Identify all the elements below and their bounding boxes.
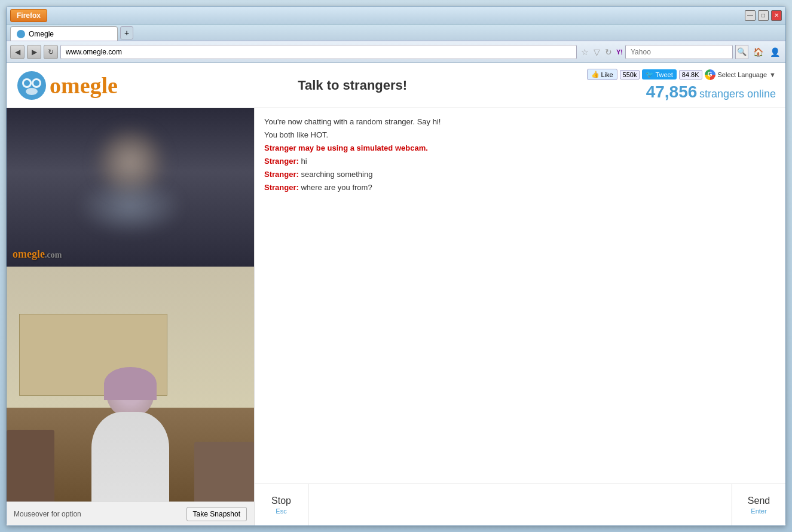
omegle-logo-icon xyxy=(16,70,47,101)
tweet-button[interactable]: 🐦 Tweet xyxy=(642,69,676,80)
page-content: omegle Talk to strangers! 👍 Like 550k 🐦 … xyxy=(7,63,785,525)
reload-button[interactable]: ↻ xyxy=(44,45,58,59)
omegle-logo: omegle xyxy=(16,70,118,101)
header-right: 👍 Like 550k 🐦 Tweet 84.8K G Select Langu… xyxy=(587,69,776,102)
chat-messages: You're now chatting with a random strang… xyxy=(255,108,785,484)
room-scene xyxy=(7,267,254,502)
omegle-watermark: omegle.com xyxy=(13,248,62,261)
video-controls-bar: Mouseover for option Take Snapshot xyxy=(7,502,254,525)
search-input[interactable] xyxy=(625,45,733,59)
strangers-online-count: 47,856 strangers online xyxy=(646,82,776,102)
local-video xyxy=(7,267,254,502)
star-icon[interactable]: ☆ xyxy=(579,47,590,57)
home-button[interactable]: 🏠 xyxy=(751,45,765,59)
snapshot-button[interactable]: Take Snapshot xyxy=(186,507,247,521)
title-bar: Firefox — □ ✕ xyxy=(7,7,785,25)
omegle-header: omegle Talk to strangers! 👍 Like 550k 🐦 … xyxy=(7,63,785,108)
stranger-video-content xyxy=(7,108,254,267)
firefox-menu-button[interactable]: Firefox xyxy=(10,9,47,22)
tagline: Talk to strangers! xyxy=(118,78,587,93)
send-label: Send xyxy=(748,496,770,506)
yahoo-logo: Y! xyxy=(616,48,623,56)
person-silhouette xyxy=(82,370,178,502)
stranger-label: Stranger: xyxy=(264,183,299,192)
refresh-icon[interactable]: ↻ xyxy=(603,47,614,57)
profile-button[interactable]: 👤 xyxy=(767,45,782,59)
close-button[interactable]: ✕ xyxy=(771,10,782,21)
stop-button-area[interactable]: Stop Esc xyxy=(255,484,308,525)
url-input[interactable] xyxy=(60,45,577,59)
add-tab-button[interactable]: + xyxy=(120,26,133,39)
svg-point-5 xyxy=(26,88,38,95)
tab-title: Omegle xyxy=(29,30,54,38)
video-panel: omegle.com xyxy=(7,108,255,525)
send-hint: Enter xyxy=(751,507,766,515)
stranger-video: omegle.com xyxy=(7,108,254,267)
maximize-button[interactable]: □ xyxy=(758,10,769,21)
chat-main: omegle.com xyxy=(7,108,785,525)
stranger-label: Stranger: xyxy=(264,157,299,166)
strangers-number: 47,856 xyxy=(646,82,698,101)
google-icon: G xyxy=(705,69,715,80)
svg-point-4 xyxy=(33,80,39,86)
message-text: hi xyxy=(301,157,307,166)
sofa-left xyxy=(7,430,54,502)
window-controls: — □ ✕ xyxy=(745,10,782,21)
select-language-button: Select Language xyxy=(718,71,767,78)
twitter-icon: 🐦 xyxy=(646,71,654,78)
tweet-label: Tweet xyxy=(655,71,672,78)
list-item: Stranger: searching something xyxy=(264,168,776,181)
list-item: Stranger: where are you from? xyxy=(264,181,776,194)
strangers-label: strangers online xyxy=(699,88,776,100)
browser-window: Firefox — □ ✕ Omegle + ◀ ▶ ↻ ☆ ▽ ↻ Y! 🔍 … xyxy=(6,6,786,526)
chat-input-area: Stop Esc Send Enter xyxy=(255,484,785,525)
stop-label: Stop xyxy=(271,496,291,506)
down-icon[interactable]: ▽ xyxy=(591,47,602,57)
body xyxy=(91,412,169,502)
google-translate-widget[interactable]: G Select Language ▼ xyxy=(705,69,776,80)
message-text: where are you from? xyxy=(301,183,372,192)
forward-button[interactable]: ▶ xyxy=(27,45,41,59)
like-count: 550k xyxy=(620,70,640,80)
minimize-button[interactable]: — xyxy=(745,10,756,21)
sofa-right xyxy=(194,442,254,502)
video-blur-overlay: omegle.com xyxy=(7,108,254,267)
stop-hint: Esc xyxy=(276,507,286,515)
svg-point-0 xyxy=(17,71,46,100)
chat-panel: You're now chatting with a random strang… xyxy=(255,108,785,525)
local-video-scene xyxy=(7,267,254,502)
list-item: You're now chatting with a random strang… xyxy=(264,115,776,129)
message-input[interactable] xyxy=(308,484,732,525)
list-item: You both like HOT. xyxy=(264,129,776,142)
like-button[interactable]: 👍 Like xyxy=(587,69,617,80)
thumbs-up-icon: 👍 xyxy=(591,71,600,78)
language-dropdown-icon[interactable]: ▼ xyxy=(769,71,776,78)
social-bar: 👍 Like 550k 🐦 Tweet 84.8K G Select Langu… xyxy=(587,69,776,80)
tweet-count: 84.8K xyxy=(679,70,702,80)
stranger-label: Stranger: xyxy=(264,170,299,179)
hair xyxy=(104,367,157,400)
tab-favicon xyxy=(17,30,25,38)
list-item: Stranger may be using a simulated webcam… xyxy=(264,142,776,155)
watermark-suffix: .com xyxy=(45,250,62,259)
list-item: Stranger: hi xyxy=(264,155,776,168)
tab-bar: Omegle + xyxy=(7,25,785,41)
mouseover-hint: Mouseover for option xyxy=(14,510,81,518)
search-go-button[interactable]: 🔍 xyxy=(735,45,748,59)
logo-text: omegle xyxy=(50,72,118,99)
like-label: Like xyxy=(601,71,613,78)
browser-tab[interactable]: Omegle xyxy=(10,26,118,41)
message-text: searching something xyxy=(301,170,372,179)
send-button-area[interactable]: Send Enter xyxy=(732,484,785,525)
bookmark-area: ☆ ▽ ↻ xyxy=(579,47,614,57)
svg-point-3 xyxy=(24,80,30,86)
address-bar: ◀ ▶ ↻ ☆ ▽ ↻ Y! 🔍 🏠 👤 xyxy=(7,41,785,63)
back-button[interactable]: ◀ xyxy=(10,45,25,59)
blurred-body xyxy=(77,177,184,237)
